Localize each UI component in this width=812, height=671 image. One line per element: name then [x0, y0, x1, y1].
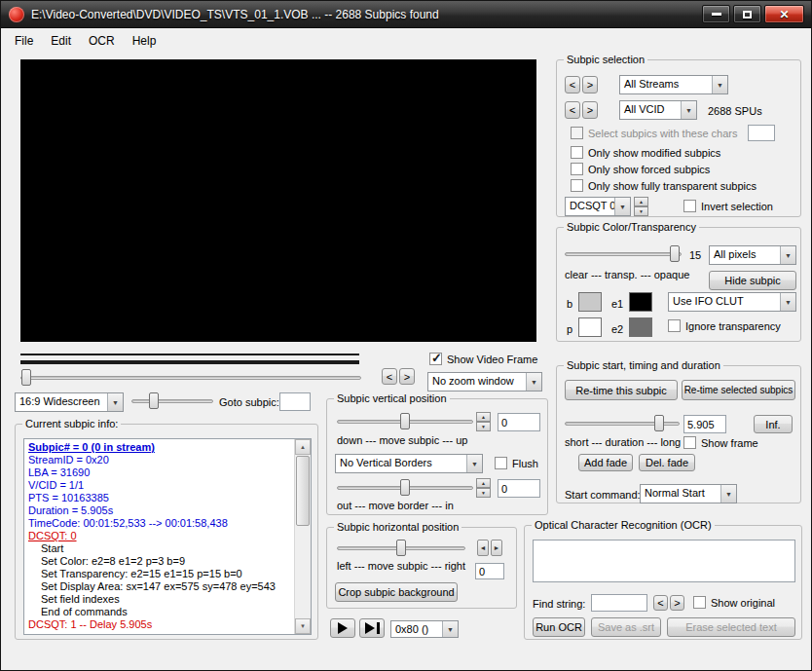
border-move-slider[interactable]	[337, 479, 473, 497]
vcid-next-button[interactable]: >	[582, 101, 598, 119]
play-button[interactable]	[330, 618, 355, 638]
crop-background-button[interactable]: Crop subpic background	[335, 582, 458, 602]
stream-prev-button[interactable]: <	[565, 76, 580, 93]
chevron-down-icon[interactable]	[107, 393, 123, 411]
slider-thumb[interactable]	[149, 392, 159, 409]
slider-track[interactable]	[20, 376, 361, 380]
spin-down-icon[interactable]	[634, 206, 648, 216]
menu-edit[interactable]: Edit	[43, 31, 81, 51]
maximize-button[interactable]	[733, 5, 761, 23]
chevron-down-icon[interactable]	[442, 621, 458, 637]
checkbox-check-icon[interactable]	[429, 353, 442, 365]
minimize-button[interactable]	[702, 5, 730, 23]
save-srt-button[interactable]: Save as .srt	[591, 617, 661, 637]
spin-down-icon[interactable]	[476, 488, 491, 498]
spin-up-icon[interactable]	[476, 478, 491, 488]
e1-color-swatch[interactable]	[629, 292, 652, 312]
step-play-button[interactable]	[359, 618, 385, 638]
only-forced-checkbox[interactable]: Only show forced subpics	[571, 163, 710, 175]
dcsqt-dropdown[interactable]: DCSQT 0	[565, 197, 631, 216]
select-chars-checkbox[interactable]: Select subpics with these chars	[571, 127, 737, 139]
stream-next-button[interactable]: >	[582, 76, 598, 93]
dcsqt-spinner[interactable]	[634, 197, 648, 216]
checkbox-box[interactable]	[571, 163, 583, 175]
checkbox-box[interactable]	[668, 319, 681, 332]
transparency-slider[interactable]	[565, 245, 682, 263]
chevron-down-icon[interactable]	[614, 198, 630, 215]
retime-this-button[interactable]: Re-time this subpic	[565, 380, 678, 400]
checkbox-box[interactable]	[571, 146, 583, 159]
hide-subpic-button[interactable]: Hide subpic	[709, 271, 796, 290]
scroll-down-icon[interactable]	[295, 618, 311, 634]
flush-checkbox[interactable]: Flush	[495, 457, 538, 469]
nudge-right-icon[interactable]	[491, 540, 502, 556]
checkbox-box[interactable]	[683, 436, 696, 449]
vcid-prev-button[interactable]: <	[565, 101, 580, 119]
video-seek-slider[interactable]	[20, 369, 361, 387]
menu-file[interactable]: File	[7, 31, 43, 51]
scroll-up-icon[interactable]	[295, 439, 311, 455]
aspect-slider[interactable]	[131, 392, 213, 410]
vertical-move-spinner[interactable]	[476, 412, 491, 431]
find-string-input[interactable]	[591, 594, 647, 612]
chevron-down-icon[interactable]	[720, 485, 736, 503]
start-command-dropdown[interactable]: Normal Start	[640, 484, 737, 503]
find-prev-button[interactable]: <	[653, 595, 668, 611]
slider-thumb[interactable]	[21, 369, 31, 386]
chevron-down-icon[interactable]	[466, 455, 482, 472]
slider-thumb[interactable]	[670, 245, 680, 262]
show-frame-checkbox[interactable]: Show frame	[683, 436, 758, 449]
checkbox-box[interactable]	[571, 179, 583, 192]
vertical-move-input[interactable]	[498, 413, 540, 431]
slider-track[interactable]	[131, 399, 213, 403]
add-fade-button[interactable]: Add fade	[578, 454, 633, 471]
chevron-down-icon[interactable]	[712, 76, 727, 93]
info-scrollbar[interactable]	[294, 439, 311, 634]
retime-selected-button[interactable]: Re-time selected subpics	[682, 380, 795, 400]
frame-prev-button[interactable]: <	[382, 368, 397, 385]
slider-track[interactable]	[565, 252, 682, 256]
close-button[interactable]	[764, 5, 804, 23]
only-modified-checkbox[interactable]: Only show modified subpics	[571, 146, 720, 159]
vertical-borders-dropdown[interactable]: No Vertical Borders	[335, 454, 483, 473]
subpic-info-box[interactable]: Subpic# = 0 (0 in stream) StreamID = 0x2…	[23, 438, 312, 635]
del-fade-button[interactable]: Del. fade	[639, 454, 695, 471]
subpic-info-line[interactable]: Subpic# = 0 (0 in stream)	[28, 441, 292, 454]
ocr-text-area[interactable]	[533, 540, 795, 582]
horizontal-move-slider[interactable]	[337, 540, 465, 557]
chevron-down-icon[interactable]	[780, 246, 795, 264]
menu-help[interactable]: Help	[125, 31, 166, 51]
checkbox-box[interactable]	[683, 200, 696, 212]
infinite-duration-button[interactable]: Inf.	[754, 415, 793, 433]
slider-thumb[interactable]	[396, 540, 406, 556]
checkbox-box[interactable]	[693, 596, 706, 609]
duration-input[interactable]	[683, 415, 726, 433]
spin-up-icon[interactable]	[476, 412, 491, 422]
frame-next-button[interactable]: >	[399, 368, 415, 385]
goto-subpic-input[interactable]	[279, 392, 311, 411]
checkbox-box[interactable]	[495, 457, 507, 469]
only-transparent-checkbox[interactable]: Only show fully transparent subpics	[571, 179, 757, 192]
border-move-input[interactable]	[498, 479, 540, 498]
slider-thumb[interactable]	[400, 479, 410, 496]
border-move-spinner[interactable]	[476, 478, 491, 498]
invert-selection-checkbox[interactable]: Invert selection	[683, 200, 773, 212]
slider-thumb[interactable]	[400, 413, 410, 429]
vertical-move-slider[interactable]	[337, 413, 473, 430]
pixels-dropdown[interactable]: All pixels	[709, 245, 796, 265]
spin-up-icon[interactable]	[634, 197, 648, 206]
vcid-dropdown[interactable]: All VCID	[619, 100, 697, 120]
find-next-button[interactable]: >	[670, 595, 684, 611]
duration-slider[interactable]	[565, 415, 680, 432]
aspect-ratio-dropdown[interactable]: 16:9 Widescreen	[15, 392, 124, 412]
stream-id-dropdown[interactable]: 0x80 ()	[390, 620, 459, 638]
chevron-down-icon[interactable]	[526, 373, 541, 391]
clut-dropdown[interactable]: Use IFO CLUT	[668, 292, 796, 312]
show-original-checkbox[interactable]: Show original	[693, 596, 775, 609]
chevron-down-icon[interactable]	[780, 293, 795, 311]
zoom-window-dropdown[interactable]: No zoom window	[427, 372, 542, 391]
e2-color-swatch[interactable]	[629, 317, 652, 337]
run-ocr-button[interactable]: Run OCR	[533, 617, 585, 637]
p-color-swatch[interactable]	[578, 317, 602, 337]
menu-ocr[interactable]: OCR	[81, 31, 125, 51]
